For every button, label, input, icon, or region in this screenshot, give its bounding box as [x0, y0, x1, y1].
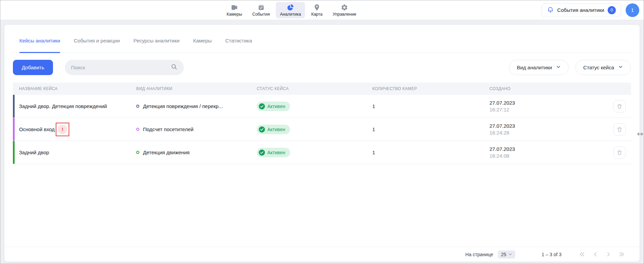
created-time: 16:24:08	[489, 153, 607, 159]
nav-label: Камеры	[227, 12, 242, 17]
created-cell: 27.07.2023 16:24:08	[489, 146, 607, 159]
column-header-status: СТАТУС КЕЙСА	[257, 86, 372, 91]
nav-item-cameras[interactable]: Камеры	[222, 2, 246, 18]
filter-label: Вид аналитики	[517, 65, 552, 70]
case-name: Задний двор	[19, 149, 49, 155]
pagination-bar: На странице 25 1 – 3 of 3	[4, 247, 640, 262]
status-label: Активен	[267, 104, 285, 109]
actions-cell	[607, 146, 631, 159]
nav-label: Карта	[311, 12, 322, 17]
table-row[interactable]: Основной вход ! Подсчет посетителей Акти…	[13, 118, 631, 141]
status-label: Активен	[267, 127, 285, 132]
nav-item-events[interactable]: События	[248, 2, 274, 18]
mouse-cursor-artifact	[637, 131, 643, 136]
top-right-controls: События аналитики 0 1	[541, 3, 639, 17]
content-card: Кейсы аналитики События и реакции Ресурс…	[4, 25, 640, 262]
filters-group: Вид аналитики Статус кейса	[509, 60, 631, 75]
created-date: 27.07.2023	[489, 146, 607, 153]
case-name: Задний двор. Детекция повреждений	[19, 103, 107, 109]
nav-item-management[interactable]: Управление	[329, 2, 361, 18]
trash-icon	[616, 149, 623, 156]
table-row[interactable]: Задний двор Детекция движения Активен 1 …	[13, 141, 631, 164]
chevron-left-icon	[592, 252, 598, 257]
analytics-type-filter[interactable]: Вид аналитики	[509, 60, 569, 75]
created-time: 16:27:12	[489, 106, 607, 113]
add-button[interactable]: Добавить	[13, 60, 53, 75]
tab-label: Статистика	[225, 38, 252, 43]
tab-analytics-cases[interactable]: Кейсы аналитики	[19, 35, 60, 52]
bell-icon	[547, 6, 554, 14]
next-page-button[interactable]	[606, 252, 611, 257]
check-circle-icon	[259, 103, 265, 109]
created-time: 16:24:28	[489, 129, 607, 136]
tab-statistics[interactable]: Статистика	[225, 35, 252, 52]
analytics-type-cell: Детекция движения	[136, 149, 257, 155]
tab-label: События и реакции	[74, 38, 120, 43]
analytics-type: Детекция повреждения / перекр...	[143, 103, 223, 109]
created-date: 27.07.2023	[489, 123, 607, 129]
analytics-events-label: События аналитики	[557, 7, 604, 13]
alert-highlight-box: !	[56, 123, 69, 136]
chevron-down-icon	[618, 65, 623, 70]
analytics-type-cell: Детекция повреждения / перекр...	[136, 103, 257, 109]
column-header-created: СОЗДАНО	[489, 86, 607, 91]
analytics-type-ring-icon	[136, 128, 139, 131]
per-page-select[interactable]: 25	[498, 250, 515, 259]
tab-events-reactions[interactable]: События и реакции	[74, 35, 120, 52]
user-avatar[interactable]: 1	[626, 3, 639, 17]
column-header-type: ВИД АНАЛИТИКИ	[136, 86, 257, 91]
nav-item-analytics[interactable]: Аналитика	[276, 2, 305, 18]
table-row[interactable]: Задний двор. Детекция повреждений Детекц…	[13, 95, 631, 118]
tab-analytics-resources[interactable]: Ресурсы аналитики	[133, 35, 180, 52]
cameras-count: 1	[372, 149, 489, 155]
search-icon[interactable]	[171, 63, 178, 72]
tabs-bar: Кейсы аналитики События и реакции Ресурс…	[13, 35, 631, 53]
row-accent-bar	[13, 141, 15, 164]
status-label: Активен	[267, 150, 285, 155]
analytics-type-ring-icon	[136, 105, 139, 108]
camera-icon	[231, 4, 238, 11]
check-circle-icon	[259, 149, 265, 156]
main-navigation: Камеры События Аналитика Карта	[222, 2, 360, 18]
toolbar: Добавить Вид аналитики Статус кейса	[13, 60, 631, 75]
chevron-down-icon	[556, 65, 561, 70]
filter-label: Статус кейса	[583, 65, 614, 70]
tab-label: Ресурсы аналитики	[133, 38, 180, 43]
settings-icon	[341, 4, 348, 11]
search-input[interactable]	[71, 65, 171, 70]
double-chevron-right-icon	[619, 252, 625, 257]
analytics-events-button[interactable]: События аналитики 0	[541, 3, 621, 17]
top-bar: Камеры События Аналитика Карта	[0, 0, 644, 20]
delete-case-button[interactable]	[613, 123, 626, 136]
tab-cameras[interactable]: Камеры	[193, 35, 212, 52]
analytics-type-cell: Подсчет посетителей	[136, 126, 257, 132]
analytics-type-ring-icon	[136, 151, 139, 154]
nav-item-map[interactable]: Карта	[307, 2, 326, 18]
delete-case-button[interactable]	[613, 146, 626, 159]
created-date: 27.07.2023	[489, 100, 607, 106]
analytics-type: Подсчет посетителей	[143, 126, 194, 132]
case-name-cell: Задний двор. Детекция повреждений	[13, 103, 136, 109]
search-field	[65, 60, 184, 75]
nav-label: Управление	[333, 12, 357, 17]
per-page-label: На странице	[465, 252, 493, 257]
row-accent-bar	[13, 95, 15, 118]
nav-label: Аналитика	[280, 12, 301, 17]
analytics-icon	[287, 4, 294, 11]
status-cell: Активен	[257, 125, 372, 134]
pagination-range: 1 – 3 of 3	[542, 252, 561, 257]
case-status-filter[interactable]: Статус кейса	[575, 60, 631, 75]
status-cell: Активен	[257, 148, 372, 157]
case-name-cell: Задний двор	[13, 149, 136, 155]
tab-label: Камеры	[193, 38, 212, 43]
last-page-button[interactable]	[619, 252, 625, 257]
events-icon	[257, 4, 265, 11]
prev-page-button[interactable]	[592, 252, 598, 257]
analytics-type: Детекция движения	[143, 149, 190, 155]
delete-case-button[interactable]	[613, 100, 626, 112]
trash-icon	[616, 126, 623, 133]
status-badge: Активен	[257, 125, 290, 134]
cases-table: НАЗВАНИЕ КЕЙСА ВИД АНАЛИТИКИ СТАТУС КЕЙС…	[13, 83, 631, 164]
warning-icon[interactable]: !	[58, 125, 67, 134]
first-page-button[interactable]	[579, 252, 585, 257]
